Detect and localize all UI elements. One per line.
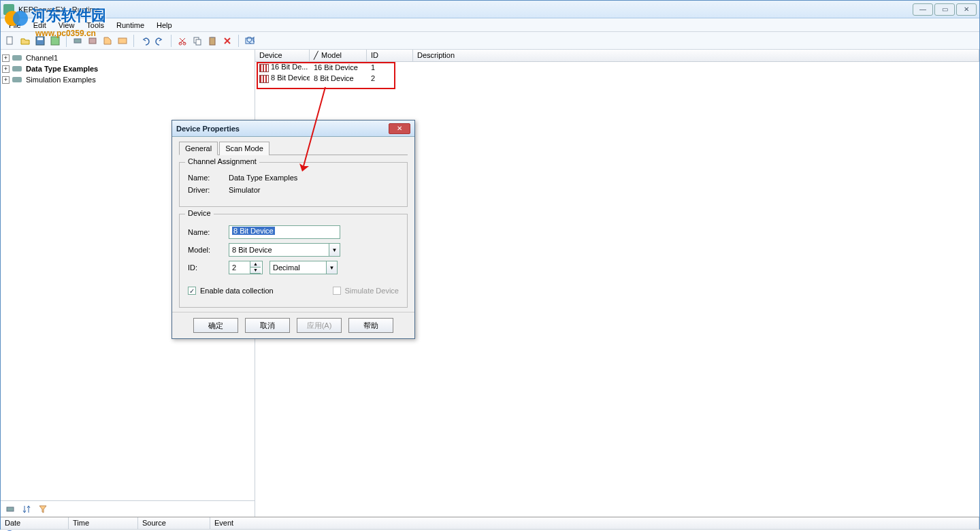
simulate-device-checkbox: Simulate Device [333, 287, 399, 295]
dialog-buttons: 确定 取消 应用(A) 帮助 [172, 312, 414, 338]
paste-icon[interactable] [206, 34, 219, 48]
channel-icon [12, 64, 23, 74]
cancel-button[interactable]: 取消 [245, 318, 290, 333]
window-title: KEPServerEX - Runtime [18, 5, 913, 14]
grid-row[interactable]: 16 Bit De... 16 Bit Device 1 [255, 62, 979, 73]
col-description[interactable]: Description [413, 50, 979, 61]
quickclient-icon[interactable]: QC [243, 34, 257, 48]
dev-id-format-combo[interactable]: Decimal▼ [270, 261, 338, 274]
device-icon [259, 64, 269, 72]
chevron-down-icon[interactable]: ▼ [326, 261, 337, 274]
col-device[interactable]: Device [255, 50, 310, 61]
menu-runtime[interactable]: Runtime [111, 20, 150, 31]
log-col-event[interactable]: Event [210, 517, 979, 529]
svg-rect-15 [7, 507, 14, 511]
svg-rect-3 [51, 37, 59, 45]
ch-name-value: Data Type Examples [229, 174, 297, 182]
expander-icon[interactable]: + [2, 65, 10, 73]
svg-rect-2 [37, 37, 43, 40]
dialog-close-button[interactable]: ✕ [389, 123, 410, 134]
filter-icon[interactable] [36, 502, 50, 516]
menu-help[interactable]: Help [151, 20, 178, 31]
delete-icon[interactable] [220, 34, 234, 48]
copy-icon[interactable] [191, 34, 204, 48]
device-properties-dialog[interactable]: Device Properties ✕ General Scan Mode Ch… [172, 120, 415, 339]
cut-icon[interactable] [176, 34, 189, 48]
apply-button[interactable]: 应用(A) [297, 318, 342, 333]
close-button[interactable]: ✕ [956, 3, 977, 16]
tab-scan-mode[interactable]: Scan Mode [219, 142, 270, 155]
col-model[interactable]: ╱Model [310, 50, 367, 61]
dev-model-combo[interactable]: 8 Bit Device▼ [229, 243, 340, 257]
new-device-icon[interactable] [86, 34, 99, 48]
spin-up-icon[interactable]: ▲ [250, 261, 261, 268]
spin-down-icon[interactable]: ▼ [250, 268, 261, 274]
channel-filter-icon[interactable] [3, 502, 17, 516]
new-tag-icon[interactable] [101, 34, 114, 48]
channel-icon [12, 53, 23, 63]
new-channel-icon[interactable] [71, 34, 84, 48]
ch-driver-label: Driver: [188, 186, 229, 194]
ch-driver-value: Simulator [229, 186, 260, 194]
dev-id-spin[interactable]: ▲▼ [229, 261, 263, 274]
undo-icon[interactable] [138, 34, 152, 48]
tree-node[interactable]: +Simulation Examples [2, 74, 253, 85]
tree-node[interactable]: +Channel1 [2, 52, 253, 63]
channel-icon [12, 75, 23, 84]
menu-view[interactable]: View [53, 20, 80, 31]
dialog-title: Device Properties [176, 125, 389, 133]
ok-button[interactable]: 确定 [193, 318, 238, 333]
sort-icon[interactable] [20, 502, 33, 516]
svg-rect-4 [74, 39, 81, 43]
svg-text:QC: QC [246, 36, 255, 44]
log-col-time[interactable]: Time [69, 517, 138, 529]
new-project-icon[interactable] [3, 34, 17, 48]
tree-node[interactable]: +Data Type Examples [2, 63, 253, 74]
tree-label: Channel1 [26, 54, 58, 62]
log-col-source[interactable]: Source [138, 517, 210, 529]
col-id[interactable]: ID [367, 50, 413, 61]
dev-name-input[interactable]: 8 Bit Device [229, 225, 340, 239]
minimize-button[interactable]: — [913, 3, 933, 16]
enable-data-collection-checkbox[interactable]: ✓Enable data collection [188, 287, 274, 295]
menu-file[interactable]: File [3, 20, 27, 31]
svg-rect-11 [210, 37, 215, 45]
tree-label: Simulation Examples [26, 76, 96, 84]
dialog-tabs: General Scan Mode [179, 141, 408, 155]
svg-rect-6 [118, 38, 127, 44]
log-panel: Date Time Source Event i2018/1/1111:38:0… [1, 517, 979, 531]
dialog-titlebar[interactable]: Device Properties ✕ [172, 120, 414, 137]
svg-rect-0 [7, 37, 12, 44]
group-label: Device [185, 209, 214, 217]
tree-label: Data Type Examples [26, 65, 98, 73]
grid-header: Device ╱Model ID Description [255, 50, 979, 62]
log-col-date[interactable]: Date [1, 517, 69, 529]
maximize-button[interactable]: ▭ [934, 3, 955, 16]
svg-rect-12 [211, 37, 214, 38]
save-as-icon[interactable] [48, 34, 62, 48]
left-toolbar [1, 500, 255, 517]
new-tag-group-icon[interactable] [116, 34, 129, 48]
chevron-down-icon[interactable]: ▼ [329, 244, 340, 256]
log-header: Date Time Source Event [1, 517, 979, 530]
svg-rect-10 [196, 39, 201, 45]
toolbar: QC [1, 32, 979, 50]
channel-assignment-group: Channel Assignment Name:Data Type Exampl… [179, 162, 408, 207]
expander-icon[interactable]: + [2, 54, 10, 62]
save-icon[interactable] [33, 34, 47, 48]
help-button[interactable]: 帮助 [348, 318, 393, 333]
open-icon[interactable] [18, 34, 32, 48]
group-label: Channel Assignment [185, 157, 259, 165]
redo-icon[interactable] [153, 34, 167, 48]
device-icon [259, 75, 269, 83]
titlebar[interactable]: KEPServerEX - Runtime — ▭ ✕ [1, 1, 979, 18]
tab-general[interactable]: General [179, 142, 218, 155]
dev-name-label: Name: [188, 228, 229, 236]
app-icon [3, 4, 14, 15]
main-window: KEPServerEX - Runtime — ▭ ✕ File Edit Vi… [0, 0, 980, 530]
menu-tools[interactable]: Tools [81, 20, 110, 31]
svg-rect-5 [89, 38, 96, 44]
menu-edit[interactable]: Edit [28, 20, 52, 31]
grid-row[interactable]: 8 Bit Device 8 Bit Device 2 [255, 73, 979, 84]
expander-icon[interactable]: + [2, 76, 10, 84]
